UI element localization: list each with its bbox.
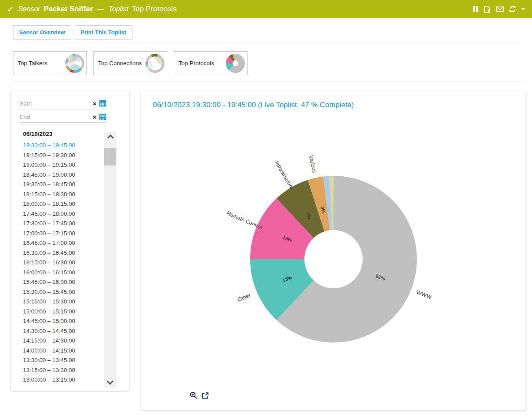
time-interval-item[interactable]: 13:15:00 – 13:30:00 [23,366,75,375]
header-bar: ✓ Sensor Packet Sniffer — Toplist Top Pr… [0,0,532,18]
chart-title: 06/10/2023 19:30:00 - 19:45:00 (Live Top… [153,101,354,109]
time-interval-item[interactable]: 15:00:00 – 15:15:00 [23,307,75,317]
print-toplist-button[interactable]: Print This Toplist [75,25,132,40]
calendar-icon[interactable] [99,100,106,107]
chord-diagram-icon [64,53,85,74]
scrollbar-thumb[interactable] [104,148,116,165]
pie-slice-name-label: Other [237,292,251,303]
caret-down-icon[interactable] [521,8,525,10]
divider [11,45,523,45]
time-interval-item[interactable]: 16:15:00 – 16:30:00 [23,258,75,268]
breadcrumb-sensor-label: Sensor [18,5,40,13]
pie-slice-name-label: Remote Control [226,210,263,231]
pause-icon[interactable] [473,6,478,13]
pie-slice-name-label: Infrastructure [274,160,295,191]
time-interval-item[interactable]: 14:30:00 – 14:45:00 [23,326,75,336]
start-field: × [20,98,106,109]
page-title: Top Protocols [132,5,177,13]
refresh-icon[interactable] [509,6,516,13]
divider [11,82,523,82]
time-interval-item[interactable]: 16:30:00 – 16:45:00 [23,248,75,258]
breadcrumb-separator: — [97,5,104,13]
time-interval-item[interactable]: 18:15:00 – 18:30:00 [23,190,75,200]
toolbar: Sensor Overview Print This Toplist [13,25,132,40]
calendar-icon[interactable] [99,113,106,120]
sensor-overview-button[interactable]: Sensor Overview [13,25,71,40]
breadcrumb-sensor-name[interactable]: Packet Sniffer [44,5,93,13]
scroll-up-icon[interactable] [107,135,114,142]
chart-footer [190,392,209,399]
time-interval-item[interactable]: 19:15:00 – 19:30:00 [23,151,75,161]
time-interval-item[interactable]: 18:00:00 – 18:15:00 [23,199,75,209]
top-protocols-pie-chart: 62%WWW13%Other13%Remote Control7%Infrast… [141,114,525,383]
time-interval-item[interactable]: 16:45:00 – 17:00:00 [23,238,75,248]
time-interval-item[interactable]: 18:30:00 – 18:45:00 [23,180,75,190]
time-interval-item[interactable]: 18:45:00 – 19:00:00 [23,170,75,180]
zoom-in-icon[interactable] [190,392,198,399]
clear-end-icon[interactable]: × [93,114,96,120]
scroll-down-icon[interactable] [107,378,114,385]
tab-label: Top Protocols [178,60,214,66]
time-interval-item[interactable]: 16:00:00 – 16:15:00 [23,268,75,278]
start-date-input[interactable] [20,100,93,107]
tab-top-talkers[interactable]: Top Talkers [13,51,87,75]
email-icon[interactable] [496,7,504,12]
time-interval-item[interactable]: 15:30:00 – 15:45:00 [23,287,75,297]
status-check-icon: ✓ [7,4,14,14]
end-field: × [20,111,106,123]
pie-slice-name-label: WWW [416,289,433,300]
date-header: 06/10/2023 [23,131,53,137]
scrollbar[interactable] [104,132,116,388]
time-interval-item[interactable]: 14:00:00 – 14:15:00 [23,346,75,356]
donut-chart-icon [225,53,246,74]
time-interval-item[interactable]: 19:30:00 – 19:45:00 [23,141,75,151]
chart-panel: 06/10/2023 19:30:00 - 19:45:00 (Live Top… [141,91,525,410]
time-interval-item[interactable]: 13:30:00 – 13:45:00 [23,356,75,366]
time-interval-item[interactable]: 15:15:00 – 15:30:00 [23,297,75,307]
time-interval-item[interactable]: 17:00:00 – 17:15:00 [23,229,75,239]
time-interval-item[interactable]: 14:45:00 – 15:00:00 [23,316,75,326]
filter-panel: × × 06/10/2023 19:30:00 – 19:45:0019:15:… [11,91,129,391]
time-interval-item[interactable]: 15:45:00 – 16:00:00 [23,277,75,287]
pie-slice-name-label: Various [307,155,317,174]
chord-diagram-icon [145,53,165,74]
time-interval-item[interactable]: 13:00:00 – 13:15:00 [23,375,75,385]
tab-label: Top Talkers [18,60,47,66]
tab-top-protocols[interactable]: Top Protocols [174,51,248,75]
end-date-input[interactable] [20,114,93,120]
tab-label: Top Connections [98,60,142,66]
time-interval-item[interactable]: 14:15:00 – 14:30:00 [23,336,75,346]
breadcrumb-toplist-label: Toplist [109,5,129,13]
add-report-icon[interactable] [483,6,491,13]
clear-start-icon[interactable]: × [93,100,96,107]
tab-top-connections[interactable]: Top Connections [93,51,167,75]
header-actions [473,6,525,13]
interval-list: 19:30:00 – 19:45:0019:15:00 – 19:30:0019… [23,141,75,385]
time-interval-item[interactable]: 17:30:00 – 17:45:00 [23,219,75,229]
open-external-icon[interactable] [202,392,209,399]
time-interval-item[interactable]: 17:45:00 – 18:00:00 [23,209,75,219]
time-interval-item[interactable]: 19:00:00 – 19:15:00 [23,160,75,170]
